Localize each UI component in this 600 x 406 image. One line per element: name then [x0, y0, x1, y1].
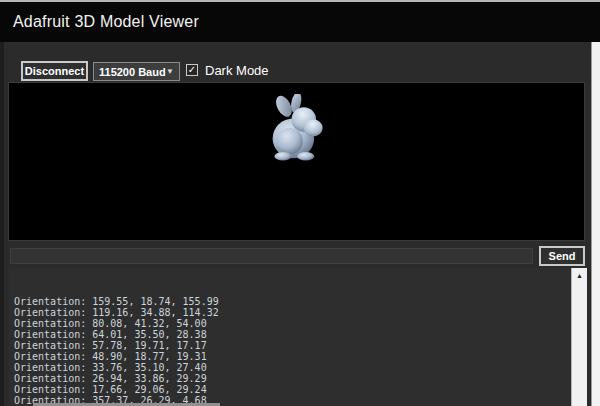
- log-line: Orientation: 64.01, 35.50, 28.38: [14, 329, 587, 340]
- dark-mode-checkbox[interactable]: ✓: [186, 64, 198, 76]
- log-scrollbar[interactable]: ▲: [571, 268, 587, 406]
- caret-down-icon: ▼: [166, 67, 174, 76]
- log-line: Orientation: 33.76, 35.10, 27.40: [14, 362, 587, 373]
- app-window: Adafruit 3D Model Viewer Disconnect 1152…: [0, 0, 600, 406]
- disconnect-button[interactable]: Disconnect: [21, 61, 88, 81]
- page-title: Adafruit 3D Model Viewer: [13, 13, 199, 31]
- log-line: Orientation: 80.08, 41.32, 54.00: [14, 318, 587, 329]
- send-button[interactable]: Send: [539, 246, 585, 266]
- checkmark-icon: ✓: [188, 64, 196, 75]
- log-line: Orientation: 48.90, 18.77, 19.31: [14, 351, 587, 362]
- dark-mode-label: Dark Mode: [205, 63, 269, 78]
- baud-rate-select[interactable]: 115200 Baud ▼: [93, 62, 180, 81]
- log-line: Orientation: 57.78, 19.71, 17.17: [14, 340, 587, 351]
- log-line: Orientation: 26.94, 33.86, 29.29: [14, 373, 587, 384]
- bunny-3d-model: [269, 94, 331, 162]
- model-viewer-canvas[interactable]: [8, 82, 585, 241]
- log-line: Orientation: 119.16, 34.88, 114.32: [14, 307, 587, 318]
- page-right-margin: [591, 42, 600, 406]
- serial-log-lines: Orientation: 159.55, 18.74, 155.99Orient…: [9, 268, 587, 406]
- app-header: Adafruit 3D Model Viewer: [0, 2, 600, 42]
- window-left-edge: [0, 2, 4, 406]
- baud-rate-value: 115200 Baud: [99, 66, 166, 78]
- log-line: Orientation: 17.66, 29.06, 29.24: [14, 384, 587, 395]
- log-line: Orientation: 159.55, 18.74, 155.99: [14, 296, 587, 307]
- arrow-up-icon[interactable]: ▲: [572, 268, 587, 279]
- serial-send-input[interactable]: [10, 248, 533, 264]
- serial-log[interactable]: Orientation: 159.55, 18.74, 155.99Orient…: [9, 268, 587, 406]
